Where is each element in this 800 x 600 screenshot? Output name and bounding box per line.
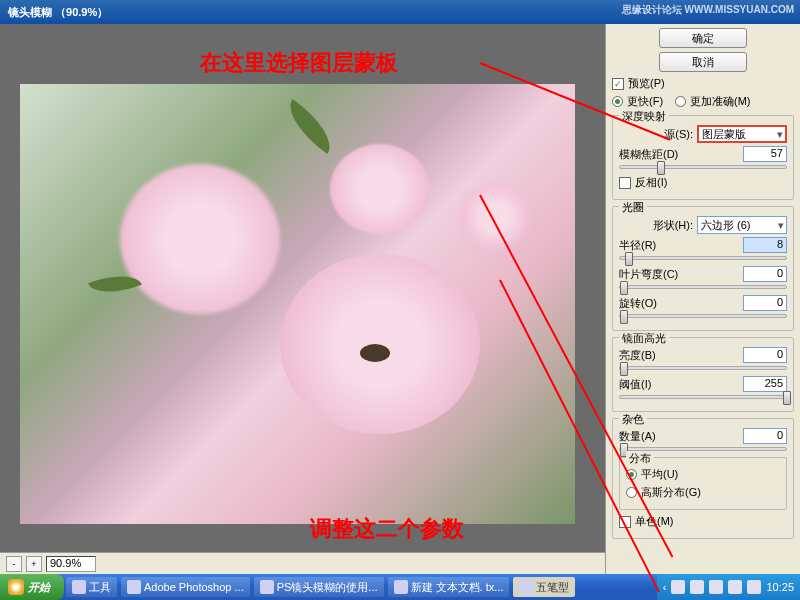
watermark-text: 思缘设计论坛 WWW.MISSYUAN.COM: [622, 3, 794, 17]
notepad-icon: [394, 580, 408, 594]
noise-title: 杂色: [619, 412, 647, 427]
source-select[interactable]: 图层蒙版: [697, 125, 787, 143]
brightness-input[interactable]: 0: [743, 347, 787, 363]
iris-group: 光圈 形状(H): 六边形 (6) 半径(R) 8 叶片弯度(C) 0 旋转(O…: [612, 206, 794, 331]
taskbar-item[interactable]: PS镜头模糊的使用...: [254, 577, 384, 597]
taskbar: 开始 工具 Adobe Photoshop ... PS镜头模糊的使用... 新…: [0, 574, 800, 600]
preview-image[interactable]: [20, 84, 575, 524]
curvature-input[interactable]: 0: [743, 266, 787, 282]
amount-input[interactable]: 0: [743, 428, 787, 444]
focal-label: 模糊焦距(D): [619, 147, 739, 162]
brightness-slider[interactable]: [619, 366, 787, 370]
shape-label: 形状(H):: [619, 218, 693, 233]
ok-button[interactable]: 确定: [659, 28, 747, 48]
uniform-label: 平均(U): [641, 467, 678, 482]
settings-panel: 确定 取消 ✓ 预览(P) 更快(F) 更加准确(M) 深度映射 源(S): 图…: [605, 24, 800, 574]
annotation-top: 在这里选择图层蒙板: [200, 48, 398, 78]
rotation-slider[interactable]: [619, 314, 787, 318]
dialog-titlebar: 镜头模糊 （90.9%） 思缘设计论坛 WWW.MISSYUAN.COM: [0, 0, 800, 24]
ime-icon: [519, 580, 533, 594]
volume-icon[interactable]: [728, 580, 742, 594]
photoshop-icon: [127, 580, 141, 594]
preview-label: 预览(P): [628, 76, 665, 91]
curvature-label: 叶片弯度(C): [619, 267, 739, 282]
rotation-label: 旋转(O): [619, 296, 739, 311]
shape-select[interactable]: 六边形 (6): [697, 216, 787, 234]
zoom-field[interactable]: 90.9%: [46, 556, 96, 572]
taskbar-item[interactable]: 新建 文本文档. tx...: [388, 577, 510, 597]
taskbar-item[interactable]: 工具: [66, 577, 117, 597]
distribution-title: 分布: [626, 451, 654, 466]
specular-title: 镜面高光: [619, 331, 669, 346]
radius-slider[interactable]: [619, 256, 787, 260]
focal-slider[interactable]: [619, 165, 787, 169]
clock[interactable]: 10:25: [766, 581, 794, 593]
radius-input[interactable]: 8: [743, 237, 787, 253]
start-button[interactable]: 开始: [0, 574, 64, 600]
zoom-in-button[interactable]: +: [26, 556, 42, 572]
threshold-input[interactable]: 255: [743, 376, 787, 392]
accurate-label: 更加准确(M): [690, 94, 751, 109]
tray-icon[interactable]: [709, 580, 723, 594]
amount-label: 数量(A): [619, 429, 739, 444]
preview-checkbox[interactable]: ✓: [612, 78, 624, 90]
annotation-bottom: 调整这二个参数: [310, 514, 464, 544]
threshold-slider[interactable]: [619, 395, 787, 399]
iris-title: 光圈: [619, 200, 647, 215]
noise-group: 杂色 数量(A) 0 分布 平均(U) 高斯分布(G) 单色(M): [612, 418, 794, 539]
tray-icon[interactable]: [747, 580, 761, 594]
faster-label: 更快(F): [627, 94, 663, 109]
tray-icon[interactable]: [690, 580, 704, 594]
tray-icon[interactable]: [671, 580, 685, 594]
preview-bottom-bar: - + 90.9%: [0, 552, 605, 574]
cancel-button[interactable]: 取消: [659, 52, 747, 72]
windows-icon: [8, 579, 24, 595]
faster-radio[interactable]: [612, 96, 623, 107]
specular-group: 镜面高光 亮度(B) 0 阈值(I) 255: [612, 337, 794, 412]
ime-indicator[interactable]: 五笔型: [513, 577, 575, 597]
dialog-title: 镜头模糊 （90.9%）: [8, 5, 108, 20]
brightness-label: 亮度(B): [619, 348, 739, 363]
folder-icon: [72, 580, 86, 594]
threshold-label: 阈值(I): [619, 377, 739, 392]
preview-area: 在这里选择图层蒙板 调整这二个参数 - + 90.9%: [0, 24, 605, 574]
tray-expand-icon[interactable]: ‹: [663, 581, 667, 593]
curvature-slider[interactable]: [619, 285, 787, 289]
gaussian-label: 高斯分布(G): [641, 485, 701, 500]
image-icon: [260, 580, 274, 594]
accurate-radio[interactable]: [675, 96, 686, 107]
invert-label: 反相(I): [635, 175, 667, 190]
system-tray: ‹ 10:25: [657, 574, 800, 600]
taskbar-item[interactable]: Adobe Photoshop ...: [121, 577, 250, 597]
radius-label: 半径(R): [619, 238, 739, 253]
invert-checkbox[interactable]: [619, 177, 631, 189]
focal-input[interactable]: 57: [743, 146, 787, 162]
rotation-input[interactable]: 0: [743, 295, 787, 311]
zoom-out-button[interactable]: -: [6, 556, 22, 572]
